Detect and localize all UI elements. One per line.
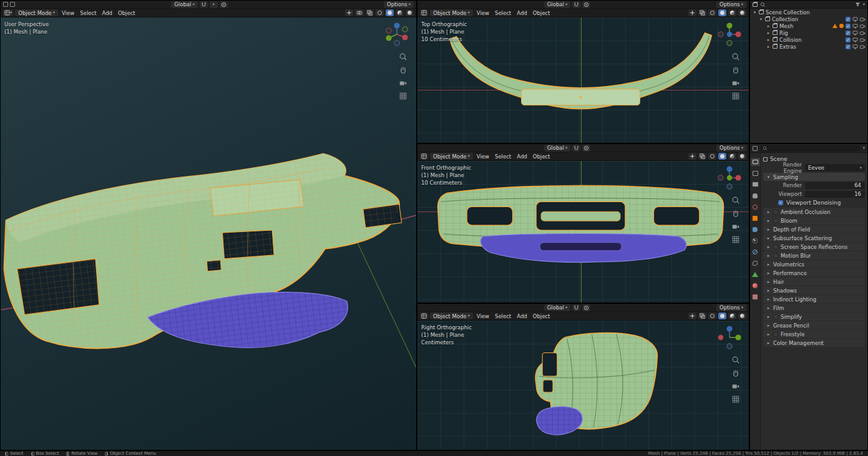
snap-toggle[interactable] [572, 1, 580, 8]
render-engine-dropdown[interactable]: Eevee▾ [805, 164, 865, 172]
render-visibility-icon[interactable] [860, 31, 866, 36]
shading-solid-button[interactable] [718, 9, 726, 16]
toggle-view-grid-icon[interactable] [731, 92, 740, 100]
tab-object-data[interactable] [751, 270, 760, 278]
menu-object[interactable]: Object [531, 9, 552, 16]
shading-wireframe-button[interactable] [708, 153, 716, 160]
pan-hand-icon[interactable] [731, 65, 740, 74]
section-simplify[interactable]: ▸Simplify [763, 313, 865, 321]
menu-add[interactable]: Add [515, 153, 529, 160]
transform-orientation-dropdown[interactable]: Global▾ [544, 1, 570, 8]
menu-view[interactable]: View [475, 153, 491, 160]
valance-mesh[interactable] [537, 407, 583, 435]
section-checkbox[interactable] [773, 210, 778, 215]
menu-add[interactable]: Add [515, 313, 529, 319]
outliner-row-mesh[interactable]: ▸ Mesh ✓ [750, 22, 867, 29]
section-checkbox[interactable] [773, 332, 778, 337]
menu-view[interactable]: View [475, 313, 491, 319]
editor-type-button[interactable] [420, 313, 428, 319]
shading-solid-button[interactable] [718, 313, 726, 319]
xray-toggle[interactable] [698, 9, 706, 16]
menu-select[interactable]: Select [493, 153, 513, 160]
navigation-gizmo[interactable] [715, 323, 744, 352]
exclude-checkbox[interactable]: ✓ [846, 17, 851, 22]
tab-particles[interactable] [751, 236, 760, 245]
section-shadows[interactable]: ▸Shadows [763, 286, 865, 294]
proportional-editing-toggle[interactable] [220, 1, 228, 8]
section-ambient-occlusion[interactable]: ▸Ambient Occlusion [763, 208, 865, 216]
exclude-checkbox[interactable]: ✓ [846, 37, 851, 42]
section-checkbox[interactable] [773, 218, 778, 223]
options-dropdown[interactable]: Options▾ [716, 145, 746, 152]
section-checkbox[interactable] [773, 253, 778, 258]
mode-dropdown[interactable]: Object Mode▾ [430, 9, 473, 16]
transform-orientation-dropdown[interactable]: Global▾ [544, 304, 570, 311]
transform-orientation-dropdown[interactable]: Global▾ [171, 1, 197, 8]
section-freestyle[interactable]: ▸Freestyle [763, 330, 865, 338]
valance-mesh[interactable] [480, 233, 686, 262]
tab-world[interactable] [751, 203, 760, 211]
menu-view[interactable]: View [475, 9, 491, 16]
exclude-checkbox[interactable]: ✓ [846, 31, 851, 36]
disclosure-triangle-icon[interactable]: ▸ [766, 37, 771, 42]
mode-dropdown[interactable]: Object Mode▾ [15, 9, 58, 16]
proportional-editing-toggle[interactable] [582, 304, 590, 311]
navigation-gizmo[interactable] [715, 20, 744, 49]
pan-hand-icon[interactable] [399, 65, 407, 74]
shading-solid-button[interactable] [718, 153, 726, 160]
outliner-row-collision[interactable]: ▸ Collision ✓ [750, 36, 867, 43]
camera-view-icon[interactable] [731, 79, 740, 87]
snap-toggle[interactable] [572, 304, 580, 311]
menu-object[interactable]: Object [116, 9, 137, 16]
menu-view[interactable]: View [60, 9, 76, 16]
disclosure-triangle-icon[interactable]: ▸ [766, 31, 771, 36]
shading-rendered-button[interactable] [738, 153, 746, 160]
menu-object[interactable]: Object [531, 313, 552, 319]
proportional-editing-toggle[interactable] [582, 1, 590, 8]
shading-material-button[interactable] [728, 9, 736, 16]
mode-dropdown[interactable]: Object Mode▾ [430, 153, 473, 160]
gizmo-toggle[interactable] [688, 313, 696, 319]
section-color-management[interactable]: ▸Color Management [763, 339, 865, 347]
toggle-view-grid-icon[interactable] [731, 395, 740, 404]
filter-funnel-icon[interactable] [855, 2, 861, 7]
pan-hand-icon[interactable] [731, 209, 740, 218]
options-dropdown[interactable]: Options▾ [384, 1, 414, 8]
shading-material-button[interactable] [728, 313, 736, 319]
tab-physics[interactable] [751, 248, 760, 256]
tab-modifiers[interactable] [751, 225, 760, 233]
disclosure-triangle-icon[interactable]: ▸ [766, 44, 771, 49]
shading-material-button[interactable] [396, 9, 404, 16]
camera-view-icon[interactable] [731, 382, 740, 391]
shading-solid-button[interactable] [386, 9, 394, 16]
section-film[interactable]: ▸Film [763, 304, 865, 312]
outliner-editor-icon[interactable] [753, 2, 758, 7]
shading-wireframe-button[interactable] [708, 313, 716, 319]
pan-hand-icon[interactable] [731, 369, 740, 377]
outliner-row-rig[interactable]: ▸ Rig ✓ [750, 29, 867, 36]
section-checkbox[interactable] [773, 245, 778, 250]
disclosure-triangle-icon[interactable]: ▸ [766, 24, 771, 29]
render-visibility-icon[interactable] [860, 44, 866, 49]
render-samples-field[interactable]: 64 [805, 182, 865, 189]
viewport-visibility-icon[interactable] [852, 17, 858, 22]
tab-texture[interactable] [751, 293, 760, 301]
section-sampling[interactable]: ▾ Sampling [763, 173, 865, 181]
shading-rendered-button[interactable] [738, 313, 746, 319]
gizmo-toggle[interactable] [688, 153, 696, 160]
viewport-visibility-icon[interactable] [852, 44, 858, 49]
section-checkbox[interactable] [773, 314, 778, 319]
xray-toggle[interactable] [698, 313, 706, 319]
tab-render[interactable] [751, 158, 760, 166]
shading-wireframe-button[interactable] [376, 9, 384, 16]
options-dropdown[interactable]: Options▾ [716, 304, 746, 311]
chevron-down-icon[interactable]: ▾ [863, 146, 865, 150]
section-motion-blur[interactable]: ▸Motion Blur [763, 251, 865, 260]
menu-select[interactable]: Select [493, 313, 513, 319]
menu-select[interactable]: Select [78, 9, 98, 16]
tab-material[interactable] [751, 281, 760, 289]
snap-toggle[interactable] [200, 1, 208, 8]
search-icon[interactable] [760, 2, 766, 7]
section-grease-pencil[interactable]: ▸Grease Pencil [763, 321, 865, 329]
render-visibility-icon[interactable] [860, 24, 866, 29]
